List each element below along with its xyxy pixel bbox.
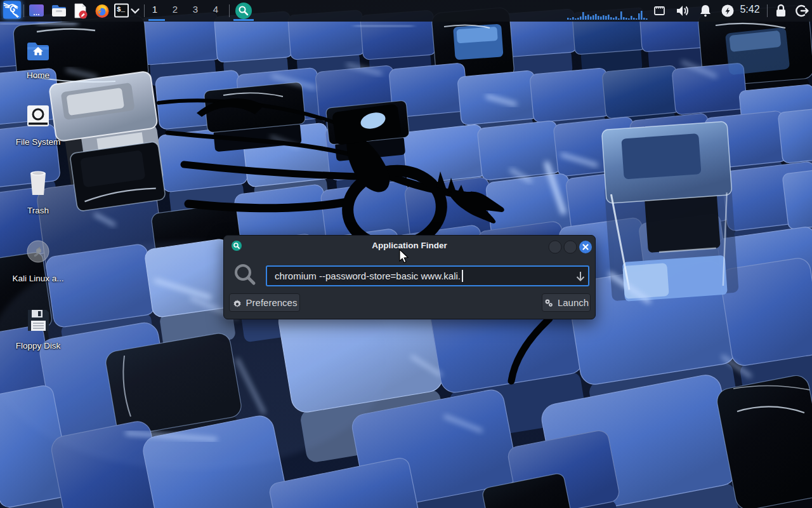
svg-text:$_: $_	[117, 6, 126, 13]
